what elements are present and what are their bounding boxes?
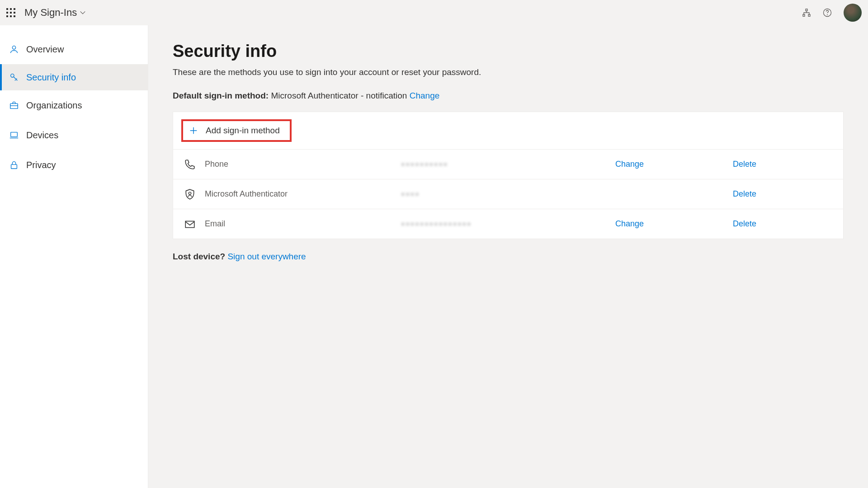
methods-table: Add sign-in method Phone •••••••••• Chan…: [173, 112, 844, 239]
sitemap-icon[interactable]: [802, 8, 811, 17]
method-name: Phone: [205, 160, 228, 169]
svg-rect-4: [10, 103, 18, 108]
phone-icon: [184, 159, 196, 170]
method-name: Email: [205, 219, 225, 229]
add-method-row: Add sign-in method: [173, 112, 843, 149]
default-method-value: Microsoft Authenticator - notification: [271, 91, 407, 100]
plus-icon: [189, 126, 198, 136]
sidebar-item-security[interactable]: Security info: [0, 64, 148, 90]
method-row-email: Email ••••••••••••••• Change Delete: [173, 209, 843, 239]
sidebar-item-label: Devices: [26, 130, 58, 141]
app-launcher-icon[interactable]: [6, 8, 15, 17]
svg-point-3: [11, 74, 14, 77]
app-title-dropdown[interactable]: My Sign-Ins: [24, 7, 86, 19]
briefcase-icon: [9, 100, 19, 110]
lost-device-line: Lost device? Sign out everywhere: [173, 252, 844, 262]
svg-point-1: [827, 14, 828, 15]
add-method-label: Add sign-in method: [206, 126, 280, 136]
lost-device-label: Lost device?: [173, 252, 225, 261]
header-right: [802, 4, 862, 22]
top-header: My Sign-Ins: [0, 0, 868, 25]
sidebar-item-label: Organizations: [26, 100, 82, 111]
svg-point-2: [12, 46, 15, 49]
sidebar-item-organizations[interactable]: Organizations: [0, 90, 148, 120]
method-name: Microsoft Authenticator: [205, 189, 288, 199]
sidebar-item-label: Overview: [26, 44, 64, 55]
method-value: ••••••••••: [401, 161, 448, 168]
delete-link[interactable]: Delete: [733, 219, 756, 228]
svg-rect-8: [185, 221, 194, 227]
header-left: My Sign-Ins: [6, 7, 86, 19]
method-row-phone: Phone •••••••••• Change Delete: [173, 149, 843, 179]
delete-link[interactable]: Delete: [733, 160, 756, 169]
chevron-down-icon: [80, 9, 86, 16]
sidebar: Overview Security info Organizations Dev…: [0, 25, 148, 488]
laptop-icon: [9, 130, 19, 140]
mail-icon: [184, 218, 196, 230]
method-row-authenticator: Microsoft Authenticator •••• Delete: [173, 179, 843, 209]
default-method-label: Default sign-in method:: [173, 91, 269, 100]
default-method-line: Default sign-in method: Microsoft Authen…: [173, 91, 844, 101]
app-title-text: My Sign-Ins: [24, 7, 77, 19]
method-value: •••••••••••••••: [401, 221, 472, 228]
svg-rect-6: [11, 164, 17, 169]
svg-point-7: [189, 192, 191, 194]
avatar[interactable]: [844, 4, 862, 22]
sidebar-item-privacy[interactable]: Privacy: [0, 150, 148, 180]
delete-link[interactable]: Delete: [733, 189, 756, 198]
page-subtitle: These are the methods you use to sign in…: [173, 67, 844, 77]
change-link[interactable]: Change: [615, 219, 644, 228]
sidebar-item-label: Privacy: [26, 160, 56, 170]
help-icon[interactable]: [823, 8, 832, 17]
sidebar-item-overview[interactable]: Overview: [0, 34, 148, 64]
lock-icon: [9, 160, 19, 170]
change-default-link[interactable]: Change: [410, 91, 440, 100]
svg-rect-5: [11, 132, 18, 137]
person-icon: [9, 44, 19, 54]
change-link[interactable]: Change: [615, 160, 644, 169]
authenticator-icon: [184, 188, 196, 200]
page-title: Security info: [173, 42, 844, 61]
key-icon: [9, 72, 19, 82]
sign-out-everywhere-link[interactable]: Sign out everywhere: [227, 252, 306, 261]
add-method-button[interactable]: Add sign-in method: [181, 119, 292, 142]
main-content: Security info These are the methods you …: [148, 25, 868, 488]
sidebar-item-devices[interactable]: Devices: [0, 120, 148, 150]
method-value: ••••: [401, 191, 420, 198]
sidebar-item-label: Security info: [26, 72, 76, 83]
